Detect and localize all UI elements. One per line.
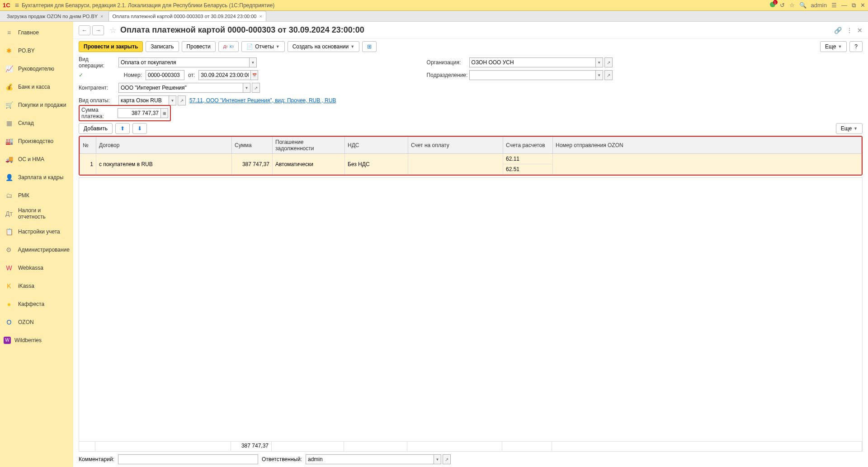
notification-icon[interactable]: 1 (770, 2, 775, 9)
sidebar-item-sales[interactable]: 🛒Покупки и продажи (0, 96, 73, 114)
th-n[interactable]: № (80, 137, 96, 154)
nav-back-button[interactable]: ← (79, 25, 90, 35)
sidebar-item-ikassa[interactable]: KiKassa (0, 277, 73, 295)
page-header: ← → ☆ Оплата платежной картой 0000-00030… (73, 22, 868, 39)
open-ref-icon[interactable]: ↗ (604, 57, 613, 67)
open-ref-icon[interactable]: ↗ (178, 95, 186, 105)
th-sum[interactable]: Сумма (232, 137, 273, 154)
app-title: Бухгалтерия для Беларуси, редакция 2.1. … (22, 2, 770, 9)
link-icon[interactable]: 🔗 (834, 27, 842, 34)
op-type-input[interactable] (118, 57, 250, 67)
tab-0[interactable]: Загрузка продаж OZON по дням PO.BY× (3, 11, 108, 21)
sidebar-item-manager[interactable]: 📈Руководителю (0, 60, 73, 78)
sidebar-item-tax[interactable]: ДтНалоги и отчетность (0, 205, 73, 223)
sidebar-item-main[interactable]: ≡Главное (0, 24, 73, 42)
th-contract[interactable]: Договор (96, 137, 232, 154)
dropdown-icon[interactable]: ▼ (243, 83, 250, 93)
calc-icon[interactable]: ▦ (161, 108, 168, 118)
post-button[interactable]: Провести (182, 41, 216, 52)
history-icon[interactable]: ↺ (780, 2, 785, 9)
sidebar-item-settings[interactable]: 📋Настройки учета (0, 223, 73, 241)
bottom-row: Комментарий: Ответственный: ▼ ↗ (73, 452, 868, 467)
settings-icon[interactable]: ☰ (831, 2, 837, 9)
favorite-icon[interactable]: ☆ (109, 25, 117, 35)
write-button[interactable]: Записать (146, 41, 179, 52)
close-icon[interactable]: ✕ (860, 2, 865, 9)
th-ozon[interactable]: Номер отправления OZON (553, 137, 862, 154)
star-icon[interactable]: ☆ (789, 2, 795, 9)
dropdown-icon[interactable]: ▼ (250, 57, 257, 67)
tabbar: Загрузка продаж OZON по дням PO.BY× Опла… (0, 11, 868, 22)
sidebar-item-salary[interactable]: 👤Зарплата и кадры (0, 168, 73, 186)
search-icon[interactable]: 🔍 (799, 2, 807, 9)
sidebar-item-bank[interactable]: 💰Банк и касса (0, 78, 73, 96)
table-row[interactable]: 1 с покупателем в RUB 387 747,37 Автомат… (80, 154, 862, 164)
move-down-button[interactable]: ⬇ (132, 123, 147, 134)
dept-input[interactable] (469, 70, 596, 80)
table-footer: 387 747,37 (79, 442, 863, 452)
doc-status-icon: ✓ (79, 72, 115, 78)
close-page-icon[interactable]: ✕ (857, 27, 863, 34)
ozon-icon: O (4, 319, 14, 326)
paytype-link[interactable]: 57.11, ООО "Интернет Решения", вид: Проч… (189, 97, 336, 104)
dept-label: Подразделение: (427, 72, 466, 78)
sidebar-item-stock[interactable]: ▦Склад (0, 114, 73, 132)
org-input[interactable] (469, 57, 596, 67)
cart-icon: 🛒 (4, 101, 14, 109)
sidebar-item-prod[interactable]: 🏭Производство (0, 132, 73, 150)
hamburger-icon[interactable]: ≡ (15, 1, 19, 10)
sidebar-item-kaffesta[interactable]: ●Каффеста (0, 295, 73, 313)
dtkt-button[interactable]: ДтКт (218, 41, 239, 52)
folder-icon: 🗂 (4, 192, 14, 199)
user-label[interactable]: admin (811, 2, 827, 9)
tab-close-icon[interactable]: × (100, 14, 103, 19)
move-up-button[interactable]: ⬆ (115, 123, 130, 134)
add-button[interactable]: Добавить (79, 123, 113, 134)
titlebar: 1C ≡ Бухгалтерия для Беларуси, редакция … (0, 0, 868, 11)
structure-button[interactable]: ⊞ (362, 41, 377, 52)
titlebar-right: 1 ↺ ☆ 🔍 admin ☰ — ⧉ ✕ (770, 2, 865, 9)
dropdown-icon[interactable]: ▼ (434, 454, 441, 464)
dropdown-icon[interactable]: ▼ (596, 57, 603, 67)
comment-input[interactable] (118, 454, 258, 464)
number-input[interactable] (146, 70, 184, 80)
contragent-input[interactable] (118, 83, 243, 93)
sidebar-item-os[interactable]: 🚚ОС и НМА (0, 150, 73, 168)
create-based-button[interactable]: Создать на основании▼ (288, 41, 359, 52)
date-input[interactable] (198, 70, 251, 80)
k-icon: K (4, 282, 14, 290)
sidebar-item-webkassa[interactable]: WWebkassa (0, 259, 73, 277)
th-vat[interactable]: НДС (345, 137, 408, 154)
menu-dots-icon[interactable]: ⋮ (846, 27, 853, 34)
wb-icon: W (4, 337, 11, 344)
open-ref-icon[interactable]: ↗ (443, 454, 451, 464)
sidebar-item-wb[interactable]: WWildberries (0, 331, 73, 349)
open-ref-icon[interactable]: ↗ (252, 83, 260, 93)
sidebar-item-admin[interactable]: ⚙Администрирование (0, 241, 73, 259)
tab-1[interactable]: Оплата платежной картой 0000-000303 от 3… (108, 11, 266, 21)
dropdown-icon[interactable]: ▼ (596, 70, 603, 80)
th-invoice[interactable]: Счет на оплату (408, 137, 503, 154)
sum-input[interactable] (118, 108, 161, 118)
post-close-button[interactable]: Провести и закрыть (79, 41, 143, 52)
table-more-button[interactable]: Еще▼ (836, 123, 863, 134)
help-button[interactable]: ? (849, 41, 863, 52)
reports-button[interactable]: 📄Отчеты▼ (241, 41, 284, 52)
sidebar-item-ozon[interactable]: OOZON (0, 313, 73, 331)
maximize-icon[interactable]: ⧉ (852, 2, 856, 9)
sidebar-item-poby[interactable]: ✱PO.BY (0, 42, 73, 60)
open-ref-icon[interactable]: ↗ (604, 70, 613, 80)
payments-table: № Договор Сумма Погашение задолженности … (79, 136, 863, 176)
th-repay[interactable]: Погашение задолженности (273, 137, 345, 154)
org-label: Организация: (427, 59, 466, 66)
sidebar-item-rmk[interactable]: 🗂РМК (0, 186, 73, 205)
paytype-input[interactable] (118, 95, 169, 105)
dropdown-icon[interactable]: ▼ (169, 95, 176, 105)
tab-close-icon[interactable]: × (259, 14, 262, 19)
resp-input[interactable] (306, 454, 434, 464)
calendar-icon[interactable]: 📅 (251, 70, 258, 80)
more-button[interactable]: Еще▼ (820, 41, 847, 52)
nav-forward-button[interactable]: → (92, 25, 104, 35)
minimize-icon[interactable]: — (841, 2, 847, 9)
th-acct[interactable]: Счета расчетов (503, 137, 553, 154)
